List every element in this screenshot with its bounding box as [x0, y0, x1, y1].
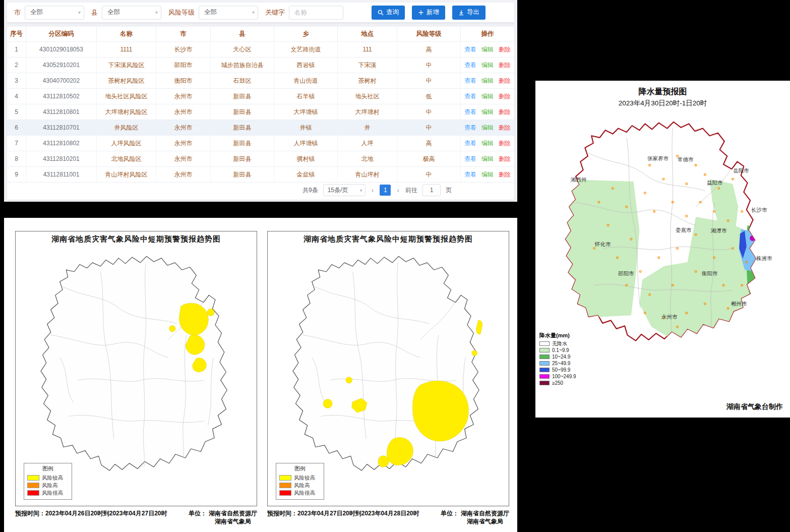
- delete-link[interactable]: 删除: [499, 92, 511, 101]
- edit-link[interactable]: 编辑: [481, 61, 494, 70]
- edit-link[interactable]: 编辑: [481, 77, 494, 85]
- city-select-value: 全部: [30, 8, 43, 17]
- rain-map-subtitle: 2023年4月30日20时-1日20时: [535, 99, 790, 108]
- cell-no: 7: [7, 136, 26, 151]
- county-select[interactable]: 全部 ▾: [102, 6, 161, 20]
- view-link[interactable]: 查看: [464, 77, 476, 85]
- next-page-button[interactable]: ›: [396, 186, 400, 194]
- view-link[interactable]: 查看: [464, 170, 476, 179]
- search-button[interactable]: 查询: [372, 6, 405, 20]
- cell-city: 永州市: [156, 167, 211, 182]
- view-link[interactable]: 查看: [464, 92, 476, 101]
- delete-link[interactable]: 删除: [499, 45, 511, 54]
- unit-block: 单位： 湖南省自然资源厅 湖南省气象局: [189, 509, 257, 525]
- edit-link[interactable]: 编辑: [481, 139, 494, 148]
- legend-swatch: [279, 490, 291, 496]
- cell-no: 5: [7, 104, 26, 120]
- trend-map-title: 湖南省地质灾害气象风险中短期预警预报趋势图: [268, 234, 509, 244]
- page-unit-label: 页: [446, 186, 452, 195]
- cell-county: 石鼓区: [211, 73, 274, 88]
- view-link[interactable]: 查看: [464, 45, 476, 54]
- legend-label: 0.1~9.9: [552, 347, 569, 353]
- current-page-button[interactable]: 1: [380, 185, 391, 196]
- cell-city: 永州市: [156, 120, 211, 135]
- city-label: 永州市: [661, 314, 678, 321]
- delete-link[interactable]: 删除: [499, 155, 511, 163]
- add-button[interactable]: 新增: [412, 6, 445, 20]
- cell-name: 下宋溪风险区: [97, 57, 156, 73]
- forecast-time-1: 预报时间：2023年04月26日20时到2023年04月27日20时: [15, 509, 167, 518]
- cell-no: 3: [7, 73, 26, 88]
- col-header-town: 乡: [274, 27, 338, 41]
- rain-map-credit: 湖南省气象台制作: [726, 402, 783, 411]
- city-select[interactable]: 全部 ▾: [25, 6, 84, 20]
- unit-line1: 湖南省自然资源厅: [209, 509, 257, 517]
- edit-link[interactable]: 编辑: [481, 108, 494, 116]
- cell-city: 永州市: [156, 89, 211, 104]
- legend-swatch: [539, 374, 550, 379]
- delete-link[interactable]: 删除: [499, 108, 511, 116]
- city-label: 株洲市: [756, 255, 772, 262]
- trend-maps-panel: 湖南省地质灾害气象风险中短期预警预报趋势图: [4, 218, 517, 532]
- cell-name: 大坪塘村风险区: [97, 104, 156, 120]
- table-row: 8 43112810201 北地风险区 永州市 新田县 骥村镇 北地 极高 查看…: [7, 151, 514, 167]
- risk-level-select[interactable]: 全部 ▾: [199, 6, 258, 20]
- cell-town: 井镇: [274, 120, 338, 135]
- view-link[interactable]: 查看: [464, 108, 476, 116]
- delete-link[interactable]: 删除: [499, 139, 511, 148]
- trend-legend: 图例 风险较高 风险高 风险很高: [24, 463, 72, 500]
- view-link[interactable]: 查看: [464, 139, 476, 148]
- unit-line1: 湖南省自然资源厅: [461, 509, 509, 517]
- delete-link[interactable]: 删除: [499, 124, 511, 132]
- chevron-down-icon: ▾: [252, 10, 255, 15]
- prev-page-button[interactable]: ‹: [371, 186, 375, 194]
- filter-bar: 市 全部 ▾ 县 全部 ▾ 风险等级 全部 ▾ 关键字 查询 新增 导出: [7, 3, 514, 23]
- goto-page-input[interactable]: [422, 184, 441, 196]
- cell-place: 人坪: [338, 136, 397, 151]
- cell-place: 大坪塘村: [338, 104, 397, 120]
- table-row: 4 43112810502 地头社区风险区 永州市 新田县 石羊镇 地头社区 低…: [7, 89, 514, 104]
- legend-label: 100~249.9: [552, 374, 576, 379]
- page-size-select[interactable]: 15条/页 ▾: [323, 184, 366, 196]
- delete-link[interactable]: 删除: [499, 77, 511, 85]
- trend-map-1-caption: 预报时间：2023年04月26日20时到2023年04月27日20时 单位： 湖…: [15, 509, 257, 525]
- cell-county: 新田县: [211, 151, 274, 166]
- cell-code: 43040700202: [26, 73, 97, 88]
- forecast-time-2: 预报时间：2023年04月27日20时到2023年04月28日20时: [267, 509, 419, 518]
- edit-link[interactable]: 编辑: [481, 170, 494, 179]
- cell-risk: 中: [397, 120, 461, 135]
- view-link[interactable]: 查看: [464, 61, 476, 70]
- edit-link[interactable]: 编辑: [481, 124, 494, 132]
- cell-no: 6: [7, 120, 26, 135]
- cell-no: 9: [7, 167, 26, 182]
- export-button[interactable]: 导出: [452, 6, 485, 20]
- legend-label: 风险很高: [294, 490, 315, 497]
- rain-legend-item: 0.1~9.9: [539, 347, 576, 353]
- cell-no: 4: [7, 89, 26, 104]
- edit-link[interactable]: 编辑: [481, 92, 494, 101]
- cell-name: 茶树村风险区: [97, 73, 156, 88]
- edit-link[interactable]: 编辑: [481, 155, 494, 163]
- trend-legend: 图例 风险较高 风险高 风险很高: [276, 463, 324, 500]
- cell-town: 石羊镇: [274, 89, 338, 104]
- cell-county: 新田县: [211, 89, 274, 104]
- legend-label: 风险较高: [42, 475, 63, 482]
- cell-town: 青山街道: [274, 73, 338, 88]
- view-link[interactable]: 查看: [464, 124, 476, 132]
- cell-name: 井风险区: [97, 120, 156, 135]
- rain-legend-item: ≥250: [539, 380, 576, 386]
- cell-code: 43112810701: [26, 120, 97, 135]
- delete-link[interactable]: 删除: [499, 170, 511, 179]
- edit-link[interactable]: 编辑: [481, 45, 494, 54]
- view-link[interactable]: 查看: [464, 155, 476, 163]
- col-header-city: 市: [156, 27, 211, 41]
- pagination: 共9条 15条/页 ▾ ‹ 1 › 前往 页: [302, 184, 452, 196]
- legend-label: 风险很高: [42, 490, 63, 497]
- pagination-total: 共9条: [302, 186, 318, 195]
- delete-link[interactable]: 删除: [499, 61, 511, 70]
- cell-risk: 中: [397, 57, 461, 73]
- cell-place: 井: [338, 120, 397, 135]
- cell-code: 43112811001: [26, 167, 97, 182]
- cell-city: 永州市: [156, 151, 211, 166]
- keyword-input[interactable]: [289, 6, 343, 20]
